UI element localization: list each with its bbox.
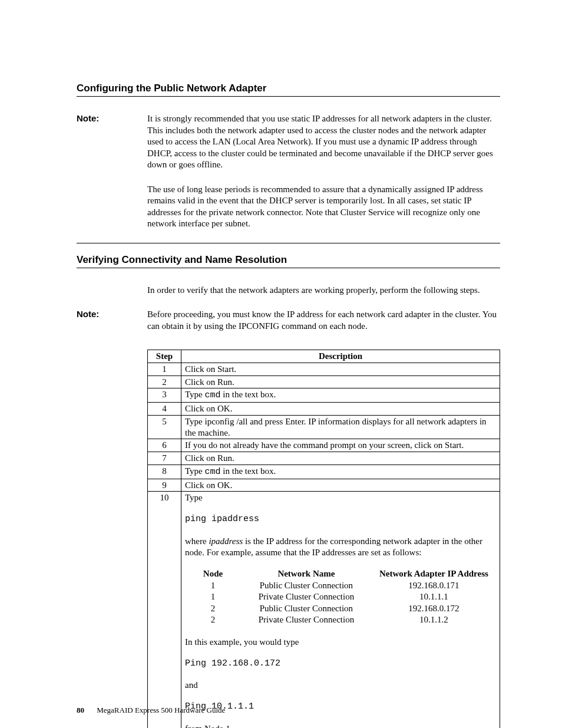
intro-text: In order to verify that the network adap… <box>147 285 500 297</box>
step-desc: Type ipconfig /all and press Enter. IP i… <box>181 415 500 439</box>
inner-cell: 1 <box>185 580 241 592</box>
inner-col-netname: Network Name <box>241 568 372 580</box>
step-desc: Type cmd in the text box. <box>181 388 500 403</box>
intro-spacer <box>77 285 147 297</box>
step-num: 8 <box>148 465 181 479</box>
note-label: Note: <box>77 113 147 171</box>
inner-row: 2Private Cluster Connection10.1.1.2 <box>185 614 496 626</box>
inner-row: 1Private Cluster Connection10.1.1.1 <box>185 591 496 603</box>
table-row: 4Click on OK. <box>148 403 500 416</box>
inner-cell: 192.168.0.171 <box>372 580 496 592</box>
step-desc: Click on OK. <box>181 403 500 416</box>
page-number: 80 <box>77 706 84 714</box>
note-label-2: Note: <box>77 309 147 332</box>
step-num: 2 <box>148 375 181 388</box>
page: Configuring the Public Network Adapter N… <box>0 0 562 728</box>
step-num: 6 <box>148 439 181 452</box>
table-row: 5Type ipconfig /all and press Enter. IP … <box>148 415 500 439</box>
note-spacer <box>77 184 147 230</box>
inner-col-node: Node <box>185 568 241 580</box>
where-pre: where <box>185 536 209 546</box>
type-word: Type <box>185 492 496 503</box>
footer: 80 MegaRAID Express 500 Hardware Guide <box>77 706 225 715</box>
inner-cell: 192.168.0.172 <box>372 603 496 615</box>
note-text-1b: The use of long lease periods is recomme… <box>147 184 500 230</box>
inner-cell: Public Cluster Connection <box>241 603 372 615</box>
step-desc: Type cmd in the text box. <box>181 465 500 479</box>
where-italic: ipaddress <box>209 536 243 546</box>
intro-block: In order to verify that the network adap… <box>77 285 500 297</box>
inner-cell: Private Cluster Connection <box>241 591 372 603</box>
inner-col-ip: Network Adapter IP Address <box>372 568 496 580</box>
step-num: 1 <box>148 363 181 375</box>
inner-cell: 2 <box>185 614 241 626</box>
col-step: Step <box>148 350 181 363</box>
inner-row: 1Public Cluster Connection192.168.0.171 <box>185 580 496 592</box>
table-row-10: 10 Type ping ipaddress where ipaddress i… <box>148 492 500 728</box>
heading-verifying: Verifying Connectivity and Name Resoluti… <box>77 254 500 268</box>
table-row: 9Click on OK. <box>148 479 500 492</box>
table-header-row: Step Description <box>148 350 500 363</box>
from-line: from Node 1. <box>185 723 496 728</box>
where-line: where ipaddress is the IP address for th… <box>185 536 496 558</box>
note-block-1b: The use of long lease periods is recomme… <box>77 184 500 230</box>
step-desc: Click on Run. <box>181 452 500 465</box>
table-row: 7Click on Run. <box>148 452 500 465</box>
step-10-desc: Type ping ipaddress where ipaddress is t… <box>181 492 500 728</box>
table-row: 1Click on Start. <box>148 363 500 375</box>
step-num: 7 <box>148 452 181 465</box>
note-block-2: Note: Before proceeding, you must know t… <box>77 309 500 332</box>
step-desc: Click on Run. <box>181 375 500 388</box>
footer-title: MegaRAID Express 500 Hardware Guide <box>97 706 225 714</box>
inner-header-row: Node Network Name Network Adapter IP Add… <box>185 568 496 580</box>
step-desc: Click on OK. <box>181 479 500 492</box>
inner-row: 2Public Cluster Connection192.168.0.172 <box>185 603 496 615</box>
step-desc: Click on Start. <box>181 363 500 375</box>
inner-cell: 2 <box>185 603 241 615</box>
divider <box>77 243 500 243</box>
heading-configuring: Configuring the Public Network Adapter <box>77 83 500 97</box>
example-line: In this example, you would type <box>185 637 496 648</box>
inner-cell: 10.1.1.1 <box>372 591 496 603</box>
step-num: 3 <box>148 388 181 403</box>
step-num: 10 <box>148 492 181 728</box>
step-desc: If you do not already have the command p… <box>181 439 500 452</box>
steps-table-wrap: Step Description 1Click on Start.2Click … <box>147 350 500 728</box>
table-row: 8Type cmd in the text box. <box>148 465 500 479</box>
steps-table: Step Description 1Click on Start.2Click … <box>147 350 500 728</box>
table-row: 2Click on Run. <box>148 375 500 388</box>
inner-cell: 10.1.1.2 <box>372 614 496 626</box>
table-row: 6If you do not already have the command … <box>148 439 500 452</box>
ping-1: Ping 192.168.0.172 <box>185 658 496 670</box>
inner-cell: Private Cluster Connection <box>241 614 372 626</box>
ping-cmd: ping ipaddress <box>185 514 496 525</box>
table-row: 3Type cmd in the text box. <box>148 388 500 403</box>
step-num: 5 <box>148 415 181 439</box>
step-num: 9 <box>148 479 181 492</box>
note-block-1: Note: It is strongly recommended that yo… <box>77 113 500 171</box>
note-text-1a: It is strongly recommended that you use … <box>147 113 500 171</box>
inner-ip-table: Node Network Name Network Adapter IP Add… <box>185 568 496 626</box>
inner-cell: Public Cluster Connection <box>241 580 372 592</box>
ping-2: Ping 10.1.1.1 <box>185 701 496 713</box>
step-num: 4 <box>148 403 181 416</box>
note-text-2: Before proceeding, you must know the IP … <box>147 309 500 332</box>
inner-cell: 1 <box>185 591 241 603</box>
col-desc: Description <box>181 350 500 363</box>
and-word: and <box>185 680 496 691</box>
